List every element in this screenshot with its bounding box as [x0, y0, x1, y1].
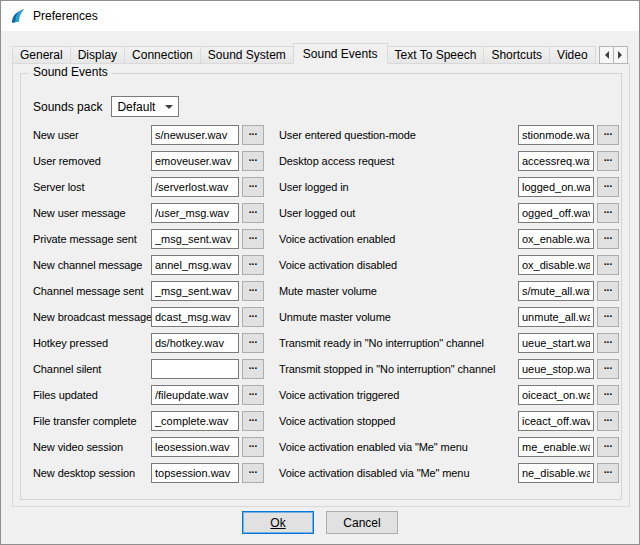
arrow-right-icon: [618, 51, 626, 59]
browse-button[interactable]: ...: [597, 151, 619, 171]
browse-button[interactable]: ...: [242, 229, 264, 249]
dialog-footer: Ok Cancel: [1, 511, 639, 534]
browse-button[interactable]: ...: [242, 255, 264, 275]
browse-button[interactable]: ...: [242, 177, 264, 197]
event-file-input[interactable]: [518, 151, 594, 171]
event-label: New user message: [33, 207, 151, 219]
event-file-input[interactable]: [151, 177, 239, 197]
sounds-pack-select[interactable]: Default: [111, 96, 179, 117]
ok-button-label: Ok: [270, 516, 285, 530]
browse-button[interactable]: ...: [597, 437, 619, 457]
event-file-input[interactable]: [151, 463, 239, 483]
browse-button[interactable]: ...: [597, 255, 619, 275]
left-events-column: New user...User removed...Server lost...…: [33, 122, 271, 486]
sound-event-row: Files updated...: [33, 382, 271, 408]
event-file-input[interactable]: [518, 333, 594, 353]
browse-button[interactable]: ...: [597, 463, 619, 483]
browse-button[interactable]: ...: [597, 385, 619, 405]
sound-event-row: Voice activation stopped...: [279, 408, 619, 434]
browse-button[interactable]: ...: [242, 151, 264, 171]
event-file-input[interactable]: [151, 333, 239, 353]
tab-sound-events[interactable]: Sound Events: [293, 43, 388, 64]
event-label: Channel silent: [33, 363, 151, 375]
event-label: New channel message: [33, 259, 151, 271]
browse-button[interactable]: ...: [242, 333, 264, 353]
event-file-input[interactable]: [518, 255, 594, 275]
event-file-input[interactable]: [518, 177, 594, 197]
sound-event-row: Transmit ready in "No interruption" chan…: [279, 330, 619, 356]
event-label: Server lost: [33, 181, 151, 193]
event-file-input[interactable]: [151, 229, 239, 249]
event-file-input[interactable]: [518, 307, 594, 327]
browse-button[interactable]: ...: [242, 203, 264, 223]
tab-connection[interactable]: Connection: [124, 46, 201, 64]
event-file-input[interactable]: [518, 203, 594, 223]
event-file-input[interactable]: [151, 307, 239, 327]
browse-button[interactable]: ...: [597, 203, 619, 223]
browse-button[interactable]: ...: [242, 385, 264, 405]
browse-button[interactable]: ...: [242, 307, 264, 327]
browse-button[interactable]: ...: [597, 125, 619, 145]
tab-scroll-right-button[interactable]: [613, 46, 628, 64]
sound-event-row: New user message...: [33, 200, 271, 226]
event-label: User entered question-mode: [279, 129, 518, 141]
event-file-input[interactable]: [518, 125, 594, 145]
tab-shortcuts[interactable]: Shortcuts: [483, 46, 550, 64]
tab-text-to-speech[interactable]: Text To Speech: [387, 46, 485, 64]
browse-button[interactable]: ...: [597, 177, 619, 197]
tab-scroll-control: [600, 46, 628, 64]
sound-event-row: Unmute master volume...: [279, 304, 619, 330]
event-label: User removed: [33, 155, 151, 167]
event-file-input[interactable]: [151, 385, 239, 405]
cancel-button[interactable]: Cancel: [326, 511, 398, 534]
tab-general[interactable]: General: [12, 46, 71, 64]
event-label: Voice activation enabled: [279, 233, 518, 245]
browse-button[interactable]: ...: [597, 359, 619, 379]
event-label: New video session: [33, 441, 151, 453]
event-file-input[interactable]: [151, 281, 239, 301]
event-file-input[interactable]: [151, 255, 239, 275]
event-columns: New user...User removed...Server lost...…: [33, 122, 619, 486]
browse-button[interactable]: ...: [242, 463, 264, 483]
chevron-down-icon: [165, 105, 173, 113]
browse-button[interactable]: ...: [597, 411, 619, 431]
event-file-input[interactable]: [518, 385, 594, 405]
tab-video[interactable]: Video: [549, 46, 595, 64]
tab-scroll-left-button[interactable]: [599, 46, 614, 64]
event-file-input[interactable]: [151, 203, 239, 223]
tab-sound-system[interactable]: Sound System: [200, 46, 294, 64]
event-label: New desktop session: [33, 467, 151, 479]
browse-button[interactable]: ...: [242, 125, 264, 145]
event-file-input[interactable]: [518, 359, 594, 379]
event-file-input[interactable]: [151, 151, 239, 171]
browse-button[interactable]: ...: [597, 229, 619, 249]
sound-event-row: File transfer complete...: [33, 408, 271, 434]
sound-events-group: Sound Events Sounds pack Default New use…: [20, 73, 622, 500]
browse-button[interactable]: ...: [597, 307, 619, 327]
browse-button[interactable]: ...: [597, 281, 619, 301]
event-file-input[interactable]: [151, 437, 239, 457]
sound-events-tab-page: Sound Events Sounds pack Default New use…: [12, 63, 630, 507]
ok-button[interactable]: Ok: [242, 511, 314, 534]
event-label: New user: [33, 129, 151, 141]
tab-display[interactable]: Display: [70, 46, 125, 64]
event-file-input[interactable]: [518, 411, 594, 431]
event-file-input[interactable]: [151, 125, 239, 145]
browse-button[interactable]: ...: [242, 411, 264, 431]
event-file-input[interactable]: [518, 463, 594, 483]
event-file-input[interactable]: [151, 411, 239, 431]
event-label: User logged in: [279, 181, 518, 193]
event-file-input[interactable]: [151, 359, 239, 379]
browse-button[interactable]: ...: [242, 359, 264, 379]
event-label: New broadcast message: [33, 311, 151, 323]
sound-event-row: User removed...: [33, 148, 271, 174]
event-file-input[interactable]: [518, 281, 594, 301]
browse-button[interactable]: ...: [242, 281, 264, 301]
browse-button[interactable]: ...: [597, 333, 619, 353]
event-file-input[interactable]: [518, 437, 594, 457]
browse-button[interactable]: ...: [242, 437, 264, 457]
event-file-input[interactable]: [518, 229, 594, 249]
preferences-window: Preferences GeneralDisplayConnectionSoun…: [0, 0, 640, 545]
sounds-pack-row: Sounds pack Default: [33, 96, 179, 117]
sound-event-row: New video session...: [33, 434, 271, 460]
